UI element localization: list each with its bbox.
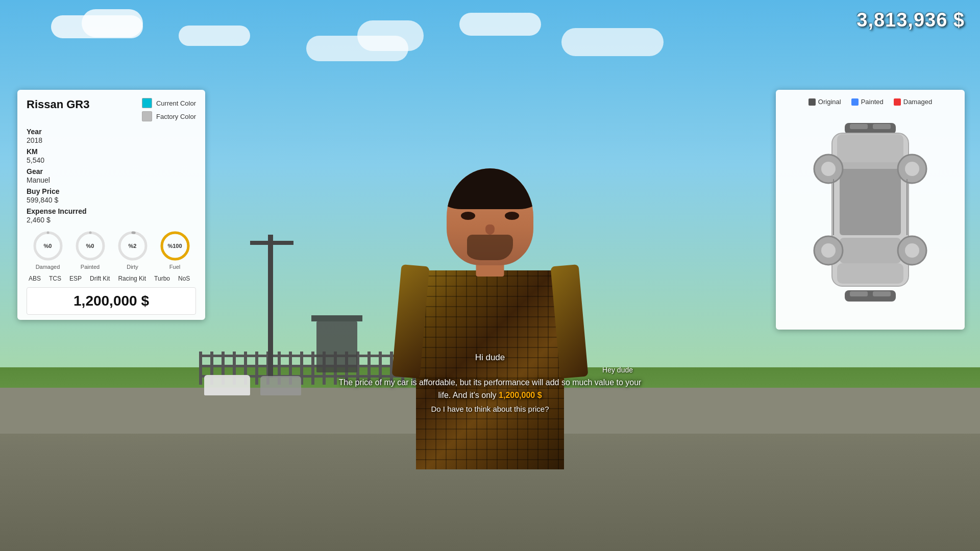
svg-rect-13 [837, 134, 903, 162]
cloud-5 [357, 20, 424, 51]
year-section: Year 2018 [27, 128, 196, 144]
svg-rect-14 [840, 169, 901, 235]
expense-label: Expense Incurred [27, 207, 196, 215]
km-section: KM 5,540 [27, 147, 196, 164]
char-eye-left [461, 212, 475, 220]
year-label: Year [27, 128, 196, 136]
gauge-label-fuel: Fuel [169, 264, 180, 270]
car-diagram-svg [784, 113, 957, 317]
factory-color-row: Factory Color [142, 111, 196, 121]
gauge-fuel: %100 Fuel [159, 230, 191, 270]
buy-price-section: Buy Price 599,840 $ [27, 187, 196, 204]
current-color-row: Current Color [142, 98, 196, 108]
cloud-3 [179, 26, 250, 46]
gear-value: Manuel [27, 176, 196, 184]
car-name: Rissan GR3 [27, 98, 90, 111]
char-head [447, 168, 533, 265]
mods-row: ABS TCS ESP Drift Kit Racing Kit Turbo N… [27, 274, 196, 283]
gauge-circle-painted: %0 [75, 230, 106, 262]
km-value: 5,540 [27, 156, 196, 164]
legend-dot-original [808, 98, 816, 106]
gear-section: Gear Manuel [27, 167, 196, 184]
power-pole [268, 235, 273, 378]
legend-label-original: Original [818, 98, 841, 106]
char-eye-right [505, 212, 519, 220]
gauge-label-damaged: Damaged [36, 264, 60, 270]
bus-shelter-roof [311, 315, 362, 321]
legend-original: Original [808, 98, 841, 106]
svg-rect-18 [850, 291, 868, 296]
cloud-6 [459, 13, 541, 36]
current-color-label: Current Color [156, 99, 196, 107]
gauges-row: %0 Damaged %0 Painted %2 [27, 230, 196, 270]
gauge-label-painted: Painted [81, 264, 100, 270]
factory-color-label: Factory Color [156, 113, 196, 120]
legend-painted: Painted [851, 98, 884, 106]
gauge-label-dirty: Dirty [127, 264, 138, 270]
svg-rect-9 [850, 124, 868, 129]
character [406, 214, 574, 469]
svg-point-21 [821, 162, 836, 176]
gear-label: Gear [27, 167, 196, 176]
svg-point-27 [905, 243, 919, 258]
chat-main: The price of my car is affordable, but i… [337, 376, 643, 402]
gauge-text-dirty: %2 [129, 243, 137, 249]
gauge-circle-dirty: %2 [117, 230, 149, 262]
expense-value: 2,460 $ [27, 216, 196, 224]
gauge-dirty: %2 Dirty [117, 230, 149, 270]
mod-tcs: TCS [47, 274, 63, 283]
mod-esp: ESP [67, 274, 84, 283]
car-info-panel: Rissan GR3 Current Color Factory Color Y… [17, 90, 205, 320]
gauge-text-damaged: %0 [44, 243, 52, 249]
char-beard [467, 235, 513, 260]
gauge-damaged: %0 Damaged [32, 230, 64, 270]
char-hair [447, 168, 533, 209]
svg-point-23 [905, 162, 919, 176]
color-indicators: Current Color Factory Color [142, 98, 196, 121]
chat-price-highlight: 1,200,000 $ [499, 391, 542, 399]
gauge-text-fuel: %100 [167, 243, 182, 249]
buy-price-value: 599,840 $ [27, 196, 196, 204]
gauge-text-painted: %0 [86, 243, 94, 249]
svg-rect-10 [873, 124, 891, 129]
sell-price-display: 1,200,000 $ [27, 287, 196, 315]
chat-greeting: Hi dude [337, 353, 643, 363]
diagram-legend: Original Painted Damaged [784, 98, 957, 106]
current-color-swatch [142, 98, 152, 108]
svg-point-25 [821, 243, 836, 258]
cloud-2 [82, 9, 143, 37]
legend-dot-painted [851, 98, 859, 106]
mod-drift: Drift Kit [88, 274, 112, 283]
gauge-circle-fuel: %100 [159, 230, 191, 262]
char-nose [485, 224, 495, 235]
legend-label-painted: Painted [861, 98, 884, 106]
km-label: KM [27, 147, 196, 156]
gauge-circle-damaged: %0 [32, 230, 64, 262]
mod-racing: Racing Kit [116, 274, 148, 283]
legend-label-damaged: Damaged [903, 98, 932, 106]
gauge-painted: %0 Painted [75, 230, 106, 270]
bg-car-2 [260, 376, 301, 395]
chat-question: Do I have to think about this price? [337, 405, 643, 413]
factory-color-swatch [142, 111, 152, 121]
svg-rect-16 [837, 263, 903, 284]
legend-damaged: Damaged [894, 98, 932, 106]
cloud-7 [561, 28, 664, 56]
svg-rect-15 [840, 238, 901, 263]
mod-turbo: Turbo [152, 274, 172, 283]
money-display: 3,813,936 $ [856, 9, 965, 31]
svg-rect-19 [873, 291, 891, 296]
legend-dot-damaged [894, 98, 901, 106]
car-diagram-panel: Original Painted Damaged [776, 90, 965, 330]
year-value: 2018 [27, 136, 196, 144]
chat-speaker: Hey dude [337, 366, 633, 374]
bg-car-1 [204, 375, 250, 395]
chat-main-text: The price of my car is affordable, but i… [339, 378, 642, 400]
mod-nos: NoS [176, 274, 192, 283]
chat-overlay: Hi dude Hey dude The price of my car is … [337, 353, 643, 413]
buy-price-label: Buy Price [27, 187, 196, 195]
expense-section: Expense Incurred 2,460 $ [27, 207, 196, 224]
mod-abs: ABS [27, 274, 43, 283]
panel-header: Rissan GR3 Current Color Factory Color [27, 98, 196, 121]
power-pole-crossbar [250, 241, 293, 245]
